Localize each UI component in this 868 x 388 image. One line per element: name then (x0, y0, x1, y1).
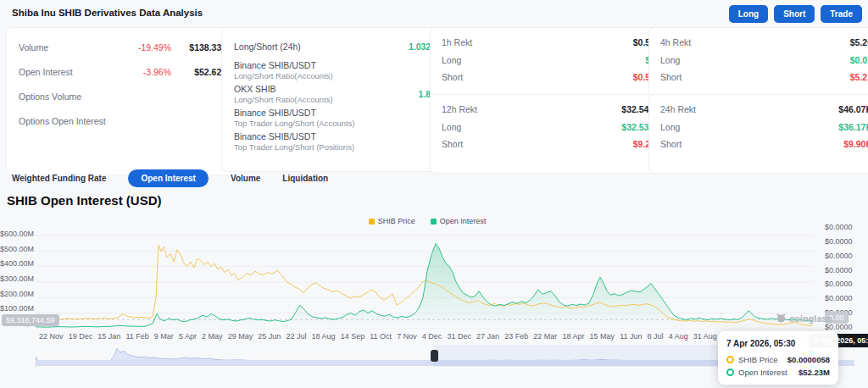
rekt-label: Short (442, 139, 633, 149)
tab[interactable]: Liquidation (282, 169, 328, 187)
ratio-row[interactable]: Long/Short (24h) 1.0325 (234, 36, 436, 57)
x-axis-label: 23 Feb (504, 332, 528, 341)
rekt-label: Short (660, 72, 850, 82)
x-axis-label: 7 Nov (397, 332, 417, 341)
header-trade-button[interactable]: Long (729, 5, 768, 23)
y-axis-label: $0.0000 (825, 252, 865, 260)
x-axis-label: 11 Jun (620, 332, 642, 341)
x-axis-label: 18 Apr (562, 332, 584, 341)
tooltip-rows: SHIB Price $0.0000058 Open Interest $52.… (726, 355, 830, 377)
y-axis-label: $0.0000 (825, 294, 865, 302)
ratio-row[interactable]: Binance SHIB/USDT Top Trader Long/Short … (234, 108, 436, 128)
rekt-label: Short (442, 72, 633, 82)
rekt-row: 24h Rekt $46.07K (660, 101, 868, 119)
x-axis-label: 31 Aug (693, 332, 717, 341)
rekt-card-24h: 24h Rekt $46.07K Long $36.17K Short $9.9… (649, 95, 868, 173)
rekt-label: Long (660, 55, 850, 65)
rekt-value: $9.90K (843, 139, 868, 149)
open-interest-area (36, 244, 812, 330)
chart-tabs: Weighted Funding RateOpen InterestVolume… (12, 168, 328, 188)
tooltip-series-label: SHIB Price (738, 355, 783, 364)
header-trade-button[interactable]: Trade (821, 5, 862, 23)
ratio-row[interactable]: OKX SHIB Long/Short Ratio(Accounts) 1.89 (234, 84, 436, 104)
rekt-label: 4h Rekt (660, 37, 850, 47)
ratio-title: Binance SHIB/USDT (234, 108, 436, 118)
x-axis-label: 11 Feb (125, 332, 148, 341)
stat-row: Options Volume (19, 84, 229, 108)
tab[interactable]: Volume (231, 169, 260, 187)
header-trade-button[interactable]: Short (774, 5, 815, 23)
x-axis-label: 14 Sep (341, 332, 365, 341)
rekt-row: Short $9.90K (660, 136, 868, 153)
ratio-row[interactable]: Binance SHIB/USDT Top Trader Long/Short … (234, 131, 436, 152)
y-axis-label: $0.0000 (825, 323, 865, 331)
ratio-title: Long/Short (24h) (234, 42, 409, 52)
tooltip-series-value: $52.23M (798, 368, 830, 377)
stat-label: Options Volume (19, 91, 122, 102)
series-dot-icon (726, 356, 734, 363)
rekt-label: Long (660, 122, 838, 132)
x-axis-label: 29 May (228, 332, 253, 341)
stat-value: $52.62M (171, 67, 229, 77)
navigator-handle-left[interactable] (431, 350, 438, 362)
rekt-row: Short $5.21 (660, 69, 868, 86)
x-axis-label: 18 Aug (312, 332, 336, 341)
header-trade-buttons: LongShortTrade (729, 5, 862, 23)
y-axis-label: $0.0000 (825, 266, 865, 274)
legend-item[interactable]: SHIB Price (369, 217, 415, 225)
tab[interactable]: Open Interest (128, 169, 208, 187)
ratio-title-block: Binance SHIB/USDT Long/Short Ratio(Accou… (234, 60, 436, 80)
x-axis-label: 31 Dec (447, 332, 471, 341)
rekt-value: $36.17K (838, 122, 868, 132)
rekt-label: 1h Rekt (442, 37, 633, 47)
tooltip-series-value: $0.0000058 (787, 355, 830, 364)
rekt-row: Long $32.53K (442, 119, 655, 136)
rekt-value: $5.21 (850, 72, 868, 82)
x-axis-label: 4 Aug (669, 332, 688, 341)
x-axis-label: 22 Mar (533, 332, 557, 341)
x-axis-label: 4 Dec (422, 332, 442, 341)
stat-row: Volume -19.49% $138.33M (19, 35, 229, 59)
x-axis-label: 2 May (202, 332, 223, 341)
tab[interactable]: Weighted Funding Rate (12, 169, 106, 187)
rekt-label: Long (442, 122, 621, 132)
x-axis-label: 9 Mar (154, 332, 174, 341)
x-axis-label: 22 Nov (39, 332, 64, 341)
rekt-row: Long $0 (442, 52, 655, 69)
ratio-row[interactable]: Binance SHIB/USDT Long/Short Ratio(Accou… (234, 60, 436, 80)
ratio-subtitle: Long/Short Ratio(Accounts) (234, 95, 419, 104)
y-axis-label: $0.0000 (825, 223, 865, 231)
stat-label: Volume (19, 42, 122, 53)
rekt-card-1h: 1h Rekt $0.59 Long $0 Short $0.59 (431, 28, 666, 103)
x-axis-label: 5 Apr (179, 332, 197, 341)
x-axis-label: 27 Jan (476, 332, 499, 341)
rekt-value: $46.07K (838, 104, 868, 114)
y-axis-label: $400.00M (0, 259, 34, 268)
tooltip-series-label: Open Interest (738, 368, 794, 377)
series-dot-icon (726, 369, 734, 376)
x-axis-label: 8 Jul (648, 332, 664, 341)
tooltip-time: 7 Apr 2026, 05:30 (726, 339, 830, 348)
legend-swatch-icon (369, 219, 375, 224)
legend-label: Open Interest (440, 217, 487, 225)
ratio-title-block: Long/Short (24h) (234, 42, 409, 53)
legend-item[interactable]: Open Interest (431, 217, 487, 225)
main-chart[interactable] (36, 225, 814, 329)
coinglass-logo-icon (776, 313, 787, 324)
ratio-title: OKX SHIB (234, 84, 419, 94)
watermark-text: coinglass (789, 313, 832, 324)
y-axis-label: $600.00M (0, 230, 34, 238)
derivatives-dashboard: Shiba Inu SHIB Derivatives Data Analysis… (0, 0, 868, 388)
ratio-subtitle: Top Trader Long/Short (Accounts) (234, 119, 436, 128)
rekt-value: $0.05 (850, 55, 868, 65)
chart-legend: SHIB Price Open Interest (0, 217, 854, 225)
rekt-row: Short $9.21 (442, 136, 655, 153)
rekt-row: 4h Rekt $5.26 (660, 34, 868, 52)
current-oi-value-badge: 59,318,744.59 (2, 314, 59, 326)
y-axis-label: $0.0000 (825, 280, 865, 288)
stat-row: Open Interest -3.96% $52.62M (19, 59, 229, 84)
ratio-subtitle: Top Trader Long/Short (Positions) (234, 142, 436, 152)
x-axis-label: 15 May (590, 332, 615, 341)
rekt-label: 24h Rekt (660, 104, 838, 114)
y-axis-label: $500.00M (0, 245, 34, 253)
